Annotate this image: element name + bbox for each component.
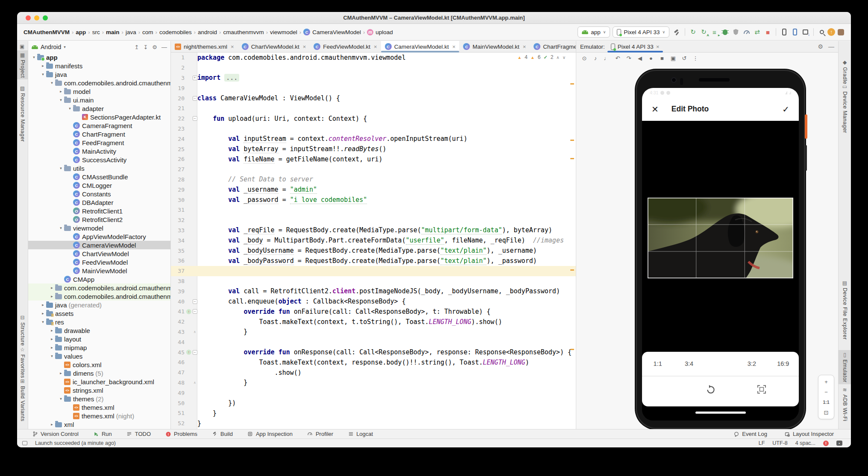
toolwindow-todo[interactable]: TODO <box>126 431 151 437</box>
tree-item-retrofitclient1[interactable]: ORetrofitClient1 <box>28 207 170 215</box>
status-window-icon[interactable] <box>22 441 27 445</box>
tree-item-app[interactable]: ▾app <box>28 53 170 61</box>
error-stripe-mark[interactable] <box>570 349 574 350</box>
fold-end-icon[interactable]: ∧ <box>192 330 197 334</box>
tree-item-mainviewmodel[interactable]: CMainViewModel <box>28 266 170 275</box>
volume-down-icon[interactable]: ♩ <box>603 55 610 61</box>
screenshot-icon[interactable]: ▣ <box>669 55 677 61</box>
right-strip-item-device-file-explorer[interactable]: ▤Device File Explorer <box>839 278 851 342</box>
code-line-51[interactable]: 51 } <box>171 408 576 418</box>
attach-debugger-icon[interactable] <box>731 27 741 37</box>
tree-item-com-codemobiles-android-cmauthenmvvm[interactable]: ▸com.codemobiles.android.cmauthenmvvm <box>28 292 170 301</box>
error-stripe-mark[interactable] <box>570 140 574 141</box>
code-line-25[interactable]: 25 val byteArray = inputStream!!.readByt… <box>171 144 576 154</box>
tree-item-successactivity[interactable]: CSuccessActivity <box>28 155 170 164</box>
home-indicator[interactable] <box>695 412 746 414</box>
tree-chevron-icon[interactable]: ▸ <box>49 337 55 341</box>
close-icon[interactable]: × <box>303 44 306 50</box>
code-line-39[interactable]: 39 val call = RetrofitClient2.client.pos… <box>171 286 576 296</box>
fold-minus-icon[interactable]: − <box>192 309 197 314</box>
tree-chevron-icon[interactable]: ▾ <box>58 166 64 170</box>
left-strip-item-resource-manager[interactable]: ▨Resource Manager <box>17 84 28 143</box>
tree-item-ui-main[interactable]: ▾ui.main <box>28 96 170 104</box>
code-line-36[interactable]: 36 val _bodyPassword = RequestBody.creat… <box>171 256 576 266</box>
status-4-spac[interactable]: 4 spac... <box>795 440 815 446</box>
error-stripe-mark[interactable] <box>570 83 574 85</box>
code-line-35[interactable]: 35 val _bodyUsername = RequestBody.creat… <box>171 245 576 256</box>
tree-item-xml[interactable]: ▸xml <box>28 420 170 429</box>
project-view-selector[interactable]: Android <box>41 44 61 50</box>
tree-chevron-icon[interactable]: ▸ <box>49 422 55 426</box>
tree-chevron-icon[interactable]: ▸ <box>58 371 64 375</box>
fold-minus-icon[interactable]: − <box>192 116 197 121</box>
tree-chevron-icon[interactable]: ▾ <box>67 106 73 111</box>
tree-chevron-icon[interactable]: ▸ <box>49 345 55 350</box>
error-stripe-mark[interactable] <box>570 158 574 159</box>
device-screen[interactable]: 4:31 ✕ Edit Photo ✓ <box>642 88 799 421</box>
code-line-2[interactable]: 2 <box>171 63 576 73</box>
status-utf-8[interactable]: UTF-8 <box>772 440 787 446</box>
breadcrumb-upload[interactable]: mupload <box>366 29 394 36</box>
tree-chevron-icon[interactable]: ▾ <box>49 81 55 85</box>
breadcrumb-cmauthenmvvm[interactable]: CMAuthenMVVM <box>22 29 71 36</box>
tree-chevron-icon[interactable]: ▾ <box>40 72 46 76</box>
toolwindow-profiler[interactable]: Profiler <box>307 431 333 437</box>
tree-chevron-icon[interactable]: ▸ <box>49 286 55 290</box>
toolwindow-event-log[interactable]: Event Log <box>733 431 767 437</box>
debug-icon[interactable] <box>720 27 730 37</box>
fold-plus-icon[interactable]: + <box>192 76 197 80</box>
left-strip-item-build-variants[interactable]: ⊞Build Variants <box>17 377 28 423</box>
tree-chevron-icon[interactable]: ▸ <box>40 64 46 68</box>
code-line-50[interactable]: 50 }) <box>171 398 576 408</box>
run-config-selector[interactable]: app ∨ <box>578 26 610 38</box>
crop-frame-button[interactable] <box>757 384 767 396</box>
breadcrumb-com[interactable]: com <box>141 29 155 36</box>
close-icon[interactable]: × <box>452 44 456 50</box>
sync-icon[interactable]: ⇄ <box>752 27 762 37</box>
tree-item-mipmap[interactable]: ▸mipmap <box>28 343 170 352</box>
code-line-42[interactable]: 42 Toast.makeText(context, t.toString(),… <box>171 317 576 327</box>
status-lf[interactable]: LF <box>759 440 765 446</box>
snapshots-icon[interactable]: ↺ <box>680 55 688 61</box>
left-strip-item-favorites[interactable]: ☆Favorites <box>17 345 28 380</box>
confirm-button[interactable]: ✓ <box>782 104 789 114</box>
back-icon[interactable]: ◀ <box>636 55 644 61</box>
build-hammer-icon[interactable] <box>672 27 682 37</box>
apply-code-changes-icon[interactable]: ↻A <box>699 27 709 37</box>
code-line-32[interactable]: 32 <box>171 215 576 225</box>
tree-item-assets[interactable]: ▸assets <box>28 309 170 318</box>
code-line-38[interactable]: 38 <box>171 276 576 286</box>
tree-chevron-icon[interactable]: ▸ <box>49 294 55 298</box>
collapse-all-icon[interactable]: ↧ <box>143 44 148 50</box>
rotate-button[interactable] <box>705 384 716 397</box>
tree-item-utils[interactable]: ▾utils <box>28 164 170 172</box>
rotate-right-icon[interactable]: ↷ <box>625 55 633 61</box>
tree-item-values[interactable]: ▾values <box>28 352 170 360</box>
zoom-reset-button[interactable]: 1:1 <box>821 397 832 407</box>
tree-item-viewmodel[interactable]: ▾viewmodel <box>28 224 170 232</box>
tree-item-drawable[interactable]: ▸drawable <box>28 326 170 335</box>
code-line-26[interactable]: 26 val fileName = getFileName(context, u… <box>171 154 576 164</box>
notifications-icon[interactable]: ▪ <box>836 441 842 446</box>
breadcrumb-android[interactable]: android <box>196 29 218 36</box>
more-icon[interactable]: ⋮ <box>692 55 699 61</box>
toolwindow-app-inspection[interactable]: App Inspection <box>247 431 293 437</box>
code-editor[interactable]: ▲4▲6✓2∧∨ 1package com.codemobiles.androi… <box>171 53 576 429</box>
breadcrumb-app[interactable]: app <box>74 29 87 36</box>
toolwindow-run[interactable]: Run <box>93 431 112 437</box>
code-line-52[interactable]: 52} <box>171 418 576 429</box>
tree-item-appviewmodelfactory[interactable]: CAppViewModelFactory <box>28 232 170 241</box>
tab-night-themes-xml[interactable]: <>night/themes.xml× <box>171 41 238 52</box>
aspect-ratio-3-2[interactable]: 3:2 <box>736 360 767 367</box>
stop-icon[interactable]: ■ <box>763 27 773 37</box>
tree-item-cameraviewmodel[interactable]: CCameraViewModel <box>28 241 170 249</box>
settings-gear-icon[interactable]: ⚙ <box>152 44 157 50</box>
code-line-22[interactable]: 22− fun upload(uri: Uri, context: Contex… <box>171 114 576 124</box>
tree-item-manifests[interactable]: ▸manifests <box>28 61 170 70</box>
toolwindow-logcat[interactable]: Logcat <box>348 431 373 437</box>
tree-item-ic-launcher-background-xml[interactable]: <>ic_launcher_background.xml <box>28 377 170 386</box>
tab-mainviewmodel-kt[interactable]: CMainViewModel.kt× <box>459 41 530 52</box>
aspect-ratio-1-1[interactable]: 1:1 <box>642 360 673 367</box>
tree-item-dbadapter[interactable]: CDBAdapter <box>28 198 170 207</box>
toolwindow-problems[interactable]: !Problems <box>165 431 197 437</box>
